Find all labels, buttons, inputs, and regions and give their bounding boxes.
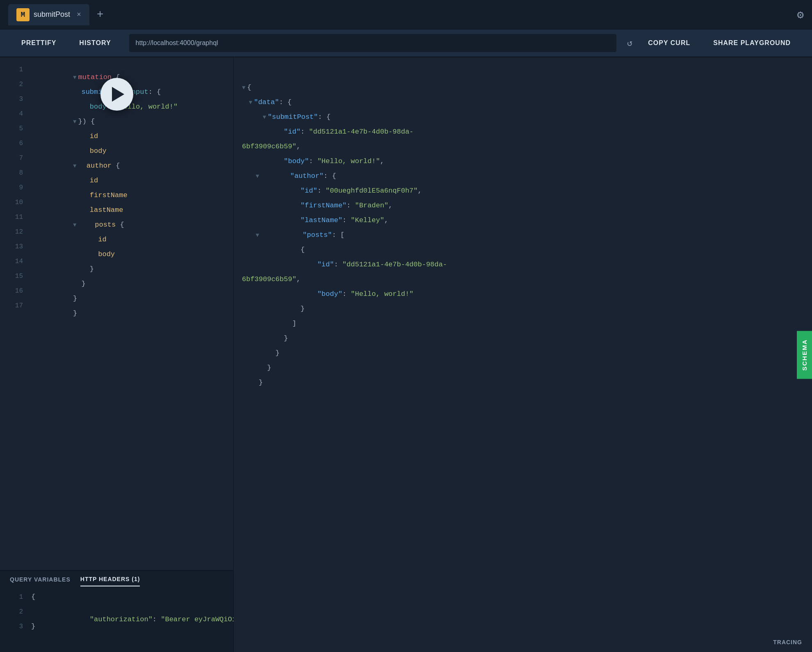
headers-line-2: 2 "authorization": "Bearer eyJraWQiOiJxZ (0, 608, 233, 622)
reset-url-button[interactable]: ↺ (623, 38, 636, 49)
execute-query-button[interactable] (100, 78, 133, 111)
settings-icon[interactable]: ⚙ (797, 8, 804, 22)
editor-line-10: 10 lastName (0, 198, 233, 213)
schema-tab[interactable]: SCHEMA (797, 331, 812, 379)
editor-line-6: 6 body (0, 139, 233, 154)
toolbar: PRETTIFY HISTORY ↺ COPY CURL SHARE PLAYG… (0, 30, 812, 57)
tracing-button[interactable]: TRACING (763, 632, 812, 652)
tab-title: submitPost (34, 10, 70, 19)
history-button[interactable]: HISTORY (68, 35, 122, 51)
collapse-icon[interactable]: ▼ (242, 114, 266, 120)
collapse-icon[interactable]: ▼ (73, 118, 76, 125)
add-tab-button[interactable]: + (93, 8, 108, 21)
url-input[interactable] (129, 34, 616, 52)
editor-line-16: 16 } (0, 287, 233, 302)
collapse-icon[interactable]: ▼ (242, 99, 252, 106)
right-panel: ▼{ ▼"data": { ▼"submitPost": { "id": "dd… (234, 57, 812, 652)
left-panel: 1 ▼mutation { 2 submitPost(input: { 3 bo… (0, 57, 234, 652)
editor-line-17: 17 } (0, 302, 233, 316)
bottom-panel: QUERY VARIABLES HTTP HEADERS (1) 1 { 2 "… (0, 570, 233, 652)
editor-line-5: 5 id (0, 125, 233, 139)
collapse-icon[interactable]: ▼ (73, 74, 76, 81)
headers-editor[interactable]: 1 { 2 "authorization": "Bearer eyJraWQiO… (0, 586, 233, 652)
collapse-icon[interactable]: ▼ (242, 84, 245, 91)
prettify-button[interactable]: PRETTIFY (10, 35, 68, 51)
editor-line-13: 13 body (0, 243, 233, 257)
headers-line-1: 1 { (0, 593, 233, 608)
collapse-icon[interactable]: ▼ (242, 173, 259, 179)
editor-line-14: 14 } (0, 257, 233, 272)
collapse-icon[interactable]: ▼ (73, 222, 76, 228)
editor-line-15: 15 } (0, 272, 233, 287)
main-area: 1 ▼mutation { 2 submitPost(input: { 3 bo… (0, 57, 812, 652)
response-viewer: ▼{ ▼"data": { ▼"submitPost": { "id": "dd… (234, 57, 812, 413)
share-playground-button[interactable]: SHARE PLAYGROUND (702, 35, 802, 51)
tab-close-button[interactable]: × (77, 11, 81, 19)
tab-badge: M (16, 8, 30, 21)
query-editor[interactable]: 1 ▼mutation { 2 submitPost(input: { 3 bo… (0, 57, 233, 570)
bottom-tabs: QUERY VARIABLES HTTP HEADERS (1) (0, 571, 233, 586)
collapse-icon[interactable]: ▼ (242, 232, 259, 239)
http-headers-tab[interactable]: HTTP HEADERS (1) (80, 576, 140, 586)
editor-line-9: 9 firstName (0, 184, 233, 198)
editor-line-11: 11 ▼ posts { (0, 213, 233, 228)
play-button-container (100, 78, 133, 111)
query-variables-tab[interactable]: QUERY VARIABLES (10, 576, 71, 586)
tab-bar: M submitPost × + ⚙ (0, 0, 812, 30)
editor-line-7: 7 ▼ author { (0, 154, 233, 169)
tab-submit-post[interactable]: M submitPost × (8, 4, 89, 25)
copy-curl-button[interactable]: COPY CURL (636, 35, 702, 51)
collapse-icon[interactable]: ▼ (73, 163, 76, 169)
